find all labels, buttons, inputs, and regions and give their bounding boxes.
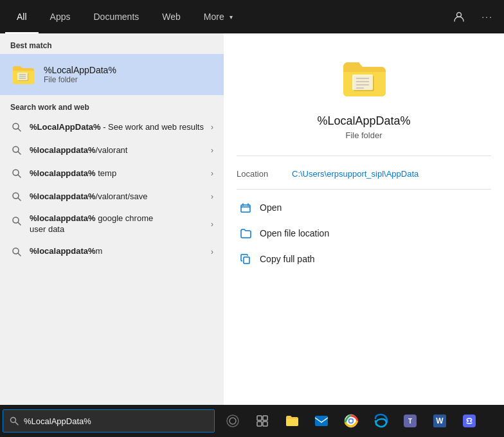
search-result-6[interactable]: %localappdata%m › [0,240,224,263]
taskbar-outlook[interactable] [307,407,336,435]
open-file-location-icon [239,227,252,240]
copy-full-path-button[interactable]: Copy full path [237,246,491,272]
taskbar-discord[interactable] [455,407,483,435]
taskbar-teams[interactable]: T [396,407,424,435]
taskbar-word[interactable]: W [426,407,454,435]
search-icon-3 [10,167,23,180]
taskbar-search-icon [10,416,19,425]
open-label: Open [260,202,282,213]
best-match-title: %LocalAppData% [44,65,116,75]
best-match-item[interactable]: %LocalAppData% File folder [0,54,224,95]
chevron-icon-1: › [211,123,213,132]
outlook-icon [314,413,329,429]
taskbar-edge[interactable] [366,407,395,435]
chevron-icon-6: › [211,247,213,256]
svg-line-15 [18,222,21,225]
search-result-5[interactable]: %localappdata% google chromeuser data › [0,208,224,240]
svg-rect-24 [241,205,250,212]
task-view-icon [256,415,269,427]
svg-rect-43 [463,415,476,427]
app-large-folder-icon [338,53,390,104]
tab-documents[interactable]: Documents [82,0,150,33]
svg-text:W: W [436,416,444,425]
taskbar-task-view-button[interactable] [248,407,276,435]
word-icon: W [432,413,447,429]
svg-text:T: T [408,418,412,425]
search-result-4[interactable]: %localappdata%/valorant/save › [0,185,224,208]
svg-point-29 [230,418,236,424]
svg-rect-32 [257,422,262,426]
action-divider [237,189,491,190]
location-path-link[interactable]: C:\Users\erpsupport_sipl\AppData [292,169,419,179]
search-result-1[interactable]: %LocalAppData% - See work and web result… [0,116,224,139]
best-match-label: Best match [0,33,224,54]
main-content: Best match %LocalAppData% [0,33,504,405]
search-work-label: Search work and web [0,95,224,116]
search-result-text-1: %LocalAppData% - See work and web result… [30,122,204,133]
svg-line-9 [18,152,21,154]
open-icon [239,201,252,214]
svg-rect-25 [244,257,249,263]
more-options-button[interactable]: ··· [476,5,499,28]
app-type: File folder [345,130,382,140]
info-divider [237,156,491,156]
left-panel: Best match %LocalAppData% [0,33,224,405]
search-result-text-2: %localappdata%/valorant [30,145,204,156]
tab-more[interactable]: More ▾ [192,0,244,33]
search-icon-6 [10,245,23,258]
taskbar-search-value: %LocalAppData% [24,416,91,426]
taskbar-file-explorer[interactable] [278,407,306,435]
nav-action-icons: ··· [447,5,499,28]
app-title: %LocalAppData% [317,114,410,128]
copy-full-path-label: Copy full path [260,254,315,264]
file-explorer-icon [284,413,300,429]
top-navigation: All Apps Documents Web More ▾ ··· [0,0,504,33]
chevron-icon-3: › [211,169,213,178]
teams-icon: T [402,413,418,429]
search-result-3[interactable]: %localappdata% temp › [0,162,224,185]
open-file-location-button[interactable]: Open file location [237,220,491,246]
discord-icon [462,413,477,429]
best-match-text: %LocalAppData% File folder [44,65,116,84]
best-match-subtitle: File folder [44,75,116,84]
search-icon-5 [10,215,23,227]
chrome-icon [343,413,359,429]
edge-icon [373,413,388,429]
nav-tabs: All Apps Documents Web More ▾ [5,0,244,33]
svg-rect-31 [263,416,267,420]
person-icon-button[interactable] [447,5,471,28]
svg-line-7 [18,129,21,131]
open-button[interactable]: Open [237,195,491,220]
svg-point-26 [11,418,16,423]
svg-line-17 [18,253,21,256]
copy-full-path-icon [239,253,252,265]
search-icon-4 [10,190,23,203]
tab-all[interactable]: All [5,0,39,33]
tab-web[interactable]: Web [150,0,192,33]
svg-rect-30 [257,416,262,420]
svg-line-27 [15,422,18,425]
folder-icon [10,62,36,87]
svg-rect-33 [263,422,267,426]
svg-point-44 [467,420,469,422]
taskbar: %LocalAppData% [0,405,504,437]
svg-point-28 [227,415,239,427]
svg-rect-34 [315,416,328,426]
search-result-text-5: %localappdata% google chromeuser data [30,213,204,235]
right-panel: %LocalAppData% File folder Location C:\U… [224,33,504,405]
taskbar-search-button[interactable] [219,407,247,435]
svg-point-38 [350,420,353,423]
search-result-2[interactable]: %localappdata%/valorant › [0,139,224,162]
location-label: Location [237,169,282,179]
taskbar-search-box[interactable]: %LocalAppData% [3,409,215,433]
search-icon-1 [10,121,23,134]
svg-point-45 [470,420,472,422]
cortana-icon [226,414,240,428]
search-result-text-3: %localappdata% temp [30,168,204,179]
svg-line-11 [18,175,21,177]
tab-apps[interactable]: Apps [39,0,82,33]
taskbar-chrome[interactable] [337,407,365,435]
chevron-icon-5: › [211,220,213,229]
chevron-icon-4: › [211,192,213,201]
search-icon-2 [10,144,23,157]
